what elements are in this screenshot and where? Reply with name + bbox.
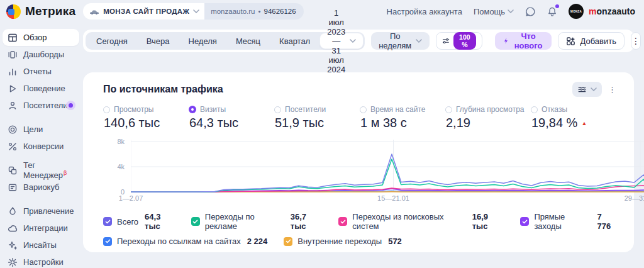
add-widget-label: Добавить [580, 36, 616, 46]
legend-checkbox[interactable] [284, 237, 292, 246]
sidebar-section: ОбзорДашбордыОтчетыПоведениеПосетители [3, 29, 79, 114]
date-range-value: 1 июл 2023 — 31 июл 2024 [327, 8, 345, 74]
help-menu[interactable]: Помощь [474, 7, 514, 16]
legend-item[interactable]: Переходы по рекламе36,7 тыс [191, 212, 323, 231]
legend-checkbox[interactable] [520, 217, 529, 226]
legend-checkbox[interactable] [338, 217, 347, 226]
legend-checkbox[interactable] [103, 217, 112, 226]
sidebar-item-goals[interactable]: Цели [3, 121, 79, 138]
range-tab-1[interactable]: Вчера [137, 32, 179, 50]
metric-value: 64,3 тыс [189, 116, 274, 130]
sidebar-item-label: Инсайты [23, 240, 57, 250]
user-menu[interactable]: MONZA [569, 4, 584, 19]
legend-item[interactable]: Переходы из поисковых систем16,9 тыс [338, 212, 504, 231]
metric-radio[interactable] [531, 106, 538, 113]
sidebar-item-settings[interactable]: Настройки [3, 254, 79, 268]
legend-label: Всего [117, 217, 138, 226]
sidebar: ОбзорДашбордыОтчетыПоведениеПосетителиЦе… [0, 23, 82, 268]
sidebar-item-visitors[interactable]: Посетители [3, 97, 79, 114]
chart[interactable]: 04k8k 1—2.0715—21.0129—31.07 [103, 139, 616, 204]
counter-domain[interactable]: monzaauto.ru [211, 8, 255, 15]
add-widget-icon [566, 36, 575, 46]
counter-switcher[interactable]: МОНЗА САЙТ ПРОДАЖ monzaauto.ru • 9462612… [83, 3, 303, 20]
sidebar-item-label: Конверсии [23, 142, 64, 151]
sidebar-item-label: Поведение [23, 84, 65, 93]
metric-0[interactable]: Просмотры140,6 тыс [103, 105, 189, 130]
sidebar-item-conversions[interactable]: Конверсии [3, 138, 79, 155]
metric-label: Просмотры [114, 105, 153, 114]
sidebar-item-integrations[interactable]: Интеграции [3, 220, 79, 237]
conversions-icon [8, 142, 18, 152]
overview-icon [8, 33, 18, 43]
card-title: По источникам трафика [103, 84, 223, 95]
line-chart-svg[interactable] [131, 139, 644, 193]
metric-2[interactable]: Посетители51,9 тыс [274, 105, 360, 130]
legend-item[interactable]: Переходы по ссылкам на сайтах2 224 [103, 237, 267, 246]
legend-checkbox[interactable] [103, 237, 112, 246]
sidebar-item-label: Обзор [23, 33, 47, 42]
metric-value: 140,6 тыс [103, 116, 189, 130]
sliders-icon [442, 36, 450, 46]
whats-new-button[interactable]: Что нового [495, 32, 552, 50]
x-axis-tick: 15—21.01 [377, 194, 409, 202]
legend-row: Всего64,3 тысПереходы по рекламе36,7 тыс… [103, 212, 616, 231]
sampling-badge: 100 % [453, 32, 476, 50]
sidebar-item-dashboards[interactable]: Дашборды [3, 46, 79, 63]
chevron-down-icon [193, 9, 199, 13]
metric-4[interactable]: Глубина просмотра2,19 [445, 105, 531, 130]
legend-checkbox[interactable] [191, 217, 200, 226]
range-tab-0[interactable]: Сегодня [87, 32, 137, 50]
sidebar-item-label: Привлечение [23, 206, 74, 216]
legend-item[interactable]: Всего64,3 тыс [103, 212, 175, 231]
legend-value: 7 776 [597, 212, 616, 231]
main-area: СегодняВчераНеделяМесяцКвартал 1 июл 202… [82, 23, 644, 268]
behavior-icon [8, 84, 18, 94]
sampling-control[interactable]: 100 % [436, 32, 482, 50]
attraction-icon [8, 206, 18, 216]
notifications-bell-icon[interactable] [547, 6, 557, 17]
metrica-logo[interactable]: Метрика [6, 4, 75, 19]
sidebar-item-reports[interactable]: Отчеты [3, 63, 79, 80]
sidebar-item-behavior[interactable]: Поведение [3, 80, 79, 97]
metric-radio[interactable] [103, 106, 110, 113]
metric-5[interactable]: Отказы19,84 %▲ [531, 105, 616, 130]
metric-1[interactable]: Визиты64,3 тыс [189, 105, 274, 130]
legend-item[interactable]: Прямые заходы7 776 [520, 212, 616, 231]
metric-radio[interactable] [445, 106, 452, 113]
metric-radio[interactable] [189, 106, 196, 113]
y-axis-tick: 8k [103, 138, 125, 145]
chat-icon[interactable] [525, 6, 536, 17]
car-icon [89, 9, 99, 14]
settings-icon [8, 257, 18, 267]
sidebar-item-tag-manager[interactable]: Тег Менеджерβ [3, 162, 79, 179]
tag-manager-icon [8, 165, 18, 176]
add-widget-button[interactable]: Добавить [558, 32, 624, 50]
chart-type-select[interactable] [572, 82, 602, 97]
sidebar-item-label: Посетители [23, 101, 68, 110]
sidebar-item-overview[interactable]: Обзор [3, 29, 79, 46]
toolbar: СегодняВчераНеделяМесяцКвартал 1 июл 202… [83, 30, 634, 52]
sidebar-item-attraction[interactable]: Привлечение [3, 203, 79, 220]
grouping-select[interactable]: По неделям [371, 32, 430, 50]
date-range-picker[interactable]: 1 июл 2023 — 31 июл 2024 [319, 33, 364, 49]
metric-3[interactable]: Время на сайте1 м 38 с [360, 105, 445, 130]
legend-item[interactable]: Внутренние переходы572 [284, 237, 402, 246]
metric-radio[interactable] [274, 106, 281, 113]
sidebar-item-variocube[interactable]: Вариокуб [3, 179, 79, 196]
help-label: Помощь [474, 7, 505, 16]
sidebar-section: ЦелиКонверсии [3, 121, 79, 155]
range-tab-3[interactable]: Месяц [226, 32, 270, 50]
counter-id: 94626126 [264, 8, 296, 15]
card-kebab-menu[interactable]: ⋮ [608, 85, 616, 94]
sidebar-item-label: Настройки [23, 257, 64, 267]
chart-legend: Всего64,3 тысПереходы по рекламе36,7 тыс… [103, 212, 616, 246]
range-tab-2[interactable]: Неделя [179, 32, 226, 50]
metric-radio[interactable] [360, 106, 367, 113]
metric-label: Время на сайте [370, 105, 425, 114]
metrics-row: Просмотры140,6 тысВизиты64,3 тысПосетите… [103, 105, 616, 130]
sidebar-item-insights[interactable]: Инсайты [3, 237, 79, 254]
dashboards-icon [8, 50, 18, 60]
range-tab-4[interactable]: Квартал [270, 32, 319, 50]
account-settings-link[interactable]: Настройка аккаунта [387, 7, 462, 16]
toolbar-kebab-menu[interactable]: ⋮ [631, 32, 641, 50]
